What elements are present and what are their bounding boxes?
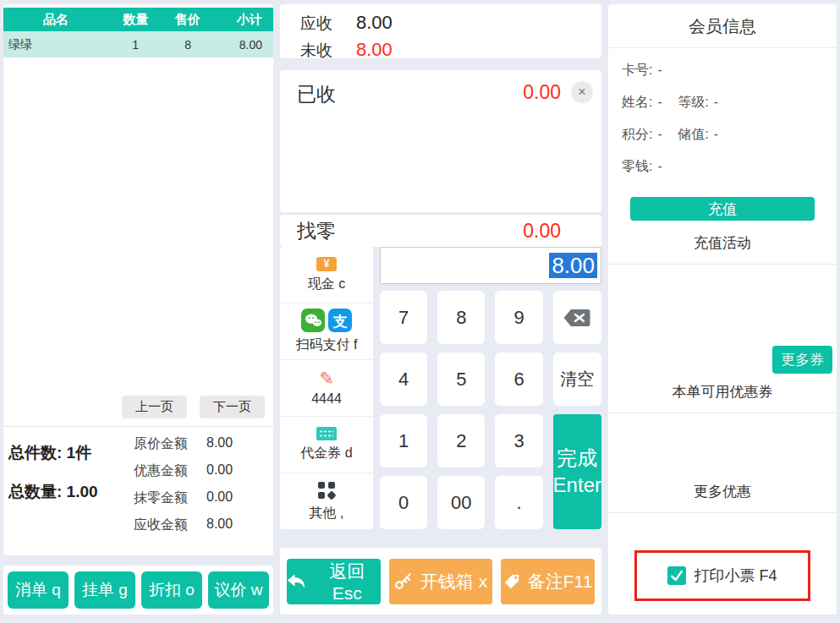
key-1[interactable]: 1 <box>380 414 427 467</box>
payment-method-voucher[interactable]: 代金券 d <box>280 417 373 473</box>
unpaid-label: 未收 <box>300 40 332 62</box>
key-7[interactable]: 7 <box>380 291 427 344</box>
payment-method-scan[interactable]: 支 扫码支付 f <box>280 303 373 360</box>
received-label: 已收 <box>297 81 336 107</box>
amount-input[interactable]: 8.00 <box>380 247 601 284</box>
alipay-icon: 支 <box>328 309 352 332</box>
more-coupons-button[interactable]: 更多券 <box>772 346 832 374</box>
payment-method-cash[interactable]: ¥ 现金 c <box>280 247 373 303</box>
col-header-subtotal: 小计 <box>212 12 273 28</box>
received-value: 0.00 <box>523 81 561 104</box>
member-card-number-row: 卡号:- <box>622 62 837 79</box>
due-row: 应收 8.00 <box>300 12 601 35</box>
amount-label: 应收金额 <box>134 516 206 534</box>
wechat-icon <box>301 309 325 332</box>
scan-icons: 支 <box>301 309 352 332</box>
due-value: 8.00 <box>356 12 393 34</box>
payment-method-label: 扫码支付 f <box>296 336 358 354</box>
member-change-row: 零钱:- <box>622 158 837 176</box>
points-label: 积分: <box>622 127 652 141</box>
order-list-empty-area <box>3 57 273 396</box>
open-cashbox-button[interactable]: 开钱箱 x <box>389 559 492 604</box>
note-button[interactable]: 备注F11 <box>501 559 595 604</box>
member-info-title: 会员信息 <box>608 4 837 48</box>
stored-value-label: 储值: <box>678 127 708 141</box>
prev-page-button[interactable]: 上一页 <box>122 396 187 418</box>
key-4[interactable]: 4 <box>380 352 427 406</box>
name-label: 姓名: <box>622 95 652 109</box>
field-pair: 零钱:- <box>622 159 662 173</box>
field-pair: 等级:- <box>678 95 718 109</box>
key-dot[interactable]: . <box>495 476 542 529</box>
total-qty: 总数量: 1.00 <box>8 481 134 503</box>
due-label: 应收 <box>300 13 332 35</box>
note-button-label: 备注F11 <box>528 570 593 593</box>
key-9[interactable]: 9 <box>495 291 542 344</box>
member-fields: 卡号:- 姓名:- 等级:- 积分:- 储值:- 零钱:- <box>608 48 837 190</box>
order-actions-bar: 消单 q 挂单 g 折扣 o 议价 w <box>3 566 273 615</box>
cell-price: 8 <box>163 38 213 52</box>
cell-subtotal: 8.00 <box>212 38 273 52</box>
more-discounts-label: 更多优惠 <box>608 482 837 501</box>
order-summary: 总件数: 1件 总数量: 1.00 原价金额 8.00 优惠金额 <box>3 427 273 555</box>
amount-label: 优惠金额 <box>134 462 206 480</box>
payment-method-custom-4444[interactable]: ✎ 4444 <box>280 360 373 417</box>
print-receipt-checkbox[interactable] <box>667 566 686 585</box>
payment-footer-bar: 返回 Esc 开钱箱 x 备注F11 <box>280 548 601 615</box>
backspace-icon <box>563 309 590 327</box>
payment-method-label: 代金券 d <box>300 445 352 462</box>
key-0[interactable]: 0 <box>380 476 427 529</box>
payment-method-label: 其他 , <box>310 505 344 522</box>
order-card: 品名 数量 售价 小计 绿绿 1 8 8.00 上一页 下一页 总件数: <box>3 4 273 555</box>
voucher-icon <box>316 427 337 440</box>
col-header-price: 售价 <box>163 12 213 28</box>
enter-key[interactable]: 完成 Enter <box>553 414 601 529</box>
close-icon[interactable]: × <box>571 81 593 103</box>
amount-value: 8.00 <box>206 435 233 453</box>
total-qty-value: 1.00 <box>67 483 98 500</box>
payment-area: ¥ 现金 c <box>280 247 601 529</box>
amounts-block: 原价金额 8.00 优惠金额 0.00 抹零金额 0.00 应收金额 8.00 <box>134 435 268 544</box>
bargain-button[interactable]: 议价 w <box>208 571 269 609</box>
total-qty-label: 总数量: <box>8 483 62 500</box>
table-row[interactable]: 绿绿 1 8 8.00 <box>3 31 273 57</box>
pagination: 上一页 下一页 <box>3 396 273 426</box>
hold-order-button[interactable]: 挂单 g <box>74 571 135 609</box>
card-number-value: - <box>657 63 662 77</box>
key-2[interactable]: 2 <box>437 414 485 467</box>
amount-row-due: 应收金额 8.00 <box>134 516 268 534</box>
level-value: - <box>714 95 718 109</box>
key-5[interactable]: 5 <box>437 352 485 406</box>
field-pair: 卡号:- <box>622 63 662 77</box>
key-00[interactable]: 00 <box>437 476 485 529</box>
coupons-empty-area <box>608 413 837 469</box>
pencil-icon: ✎ <box>319 369 334 387</box>
recharge-button[interactable]: 充值 <box>630 197 815 221</box>
amount-row-discount: 优惠金额 0.00 <box>134 462 268 480</box>
small-change-value: - <box>657 159 662 173</box>
cell-qty: 1 <box>108 38 163 52</box>
discount-button[interactable]: 折扣 o <box>141 571 202 609</box>
amount-value: 0.00 <box>206 489 233 507</box>
usable-coupons-label: 本单可用优惠券 <box>608 382 837 402</box>
card-number-label: 卡号: <box>622 63 652 77</box>
payment-method-other[interactable]: 其他 , <box>280 473 373 529</box>
member-panel: 会员信息 卡号:- 姓名:- 等级:- 积分:- 储值:- 零钱:- 充值 充值… <box>608 4 837 615</box>
tag-icon <box>503 573 520 590</box>
next-page-button[interactable]: 下一页 <box>200 396 265 418</box>
key-3[interactable]: 3 <box>495 414 542 467</box>
numeric-pad: 8.00 7 8 9 4 5 6 清空 <box>380 247 601 529</box>
key-6[interactable]: 6 <box>495 352 542 406</box>
key-8[interactable]: 8 <box>437 291 485 344</box>
field-pair: 储值:- <box>678 127 718 141</box>
field-pair: 积分:- <box>622 127 662 141</box>
clear-order-button[interactable]: 消单 q <box>8 571 69 609</box>
payment-methods-list: ¥ 现金 c <box>280 247 373 529</box>
backspace-key[interactable] <box>553 291 601 344</box>
clear-key[interactable]: 清空 <box>553 352 601 406</box>
amount-label: 抹零金额 <box>134 489 206 507</box>
total-items: 总件数: 1件 <box>8 442 134 464</box>
amount-label: 原价金额 <box>134 435 206 453</box>
back-button[interactable]: 返回 Esc <box>287 559 381 604</box>
enter-key-line2: Enter <box>553 472 601 499</box>
